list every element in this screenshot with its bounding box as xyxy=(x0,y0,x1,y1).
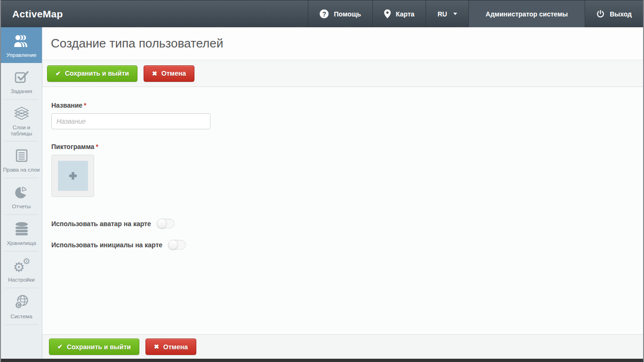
cancel-button-label: Отмена xyxy=(163,343,188,351)
sidebar-item-management[interactable]: Управление xyxy=(1,27,42,63)
top-navbar: ActiveMap ? Помощь Карта RU Администрато… xyxy=(1,0,643,27)
sidebar-item-label: Отчеты xyxy=(12,204,31,210)
sidebar-item-label: Система xyxy=(10,314,32,320)
cancel-button[interactable]: ✖ Отмена xyxy=(144,65,194,82)
avatar-toggle-row: Использовать аватар на карте xyxy=(51,219,634,228)
pictogram-field-group: Пиктограмма* xyxy=(51,143,634,197)
save-and-exit-button-bottom[interactable]: ✔ Сохранить и выйти xyxy=(49,338,139,355)
sidebar-item-label: Настройки xyxy=(8,277,34,283)
avatar-toggle-switch[interactable] xyxy=(157,219,175,228)
bottom-action-toolbar: ✔ Сохранить и выйти ✖ Отмена xyxy=(42,334,643,359)
tasks-check-icon xyxy=(14,69,30,86)
toggle-knob xyxy=(157,219,167,228)
nav-language-label: RU xyxy=(437,10,447,18)
save-button-label: Сохранить и выйти xyxy=(65,70,129,77)
nav-language-select[interactable]: RU xyxy=(426,0,468,27)
sidebar-item-layer-rights[interactable]: Права на слои xyxy=(1,142,42,178)
nav-map[interactable]: Карта xyxy=(372,0,426,27)
name-field-group: Название* xyxy=(51,102,634,129)
map-pin-icon xyxy=(384,9,391,18)
cancel-button-bottom[interactable]: ✖ Отмена xyxy=(145,338,196,355)
pictogram-upload-button[interactable] xyxy=(51,155,94,197)
sidebar-item-system[interactable]: C Система xyxy=(1,288,42,325)
check-icon: ✔ xyxy=(57,343,63,350)
sidebar-item-label: Слои и таблицы xyxy=(3,125,40,137)
form-content: Название* Пиктограмма* xyxy=(42,87,643,334)
sidebar-item-label: Задания xyxy=(11,88,32,94)
layers-icon xyxy=(14,105,30,122)
pie-chart-icon xyxy=(14,184,30,201)
sidebar-item-label: Управление xyxy=(7,52,37,58)
layer-rights-icon xyxy=(14,147,30,164)
plus-icon xyxy=(68,171,78,181)
caret-down-icon xyxy=(453,13,457,15)
top-action-toolbar: ✔ Сохранить и выйти ✖ Отмена xyxy=(42,60,643,87)
sidebar-item-tasks[interactable]: Задания xyxy=(1,63,42,100)
nav-logout-label: Выход xyxy=(610,10,632,18)
nav-user-label: Администратор системы xyxy=(486,10,568,18)
window-bottom-edge xyxy=(1,359,643,362)
nav-logout[interactable]: Выход xyxy=(585,0,643,27)
save-button-label: Сохранить и выйти xyxy=(67,343,131,351)
gears-icon: ⚙ ⚙ xyxy=(12,257,31,274)
name-field-label: Название* xyxy=(51,102,634,109)
help-icon: ? xyxy=(320,9,329,18)
pictogram-upload-dropzone xyxy=(58,161,88,191)
users-icon xyxy=(13,32,30,49)
save-and-exit-button[interactable]: ✔ Сохранить и выйти xyxy=(47,65,137,82)
sidebar-item-layers[interactable]: Слои и таблицы xyxy=(1,100,42,142)
initials-toggle-label: Использовать инициалы на карте xyxy=(51,241,162,249)
app-logo[interactable]: ActiveMap xyxy=(1,0,74,27)
check-icon: ✔ xyxy=(56,70,61,77)
nav-map-label: Карта xyxy=(396,10,415,18)
navbar-spacer xyxy=(74,0,308,27)
sidebar-item-storages[interactable]: Хранилища xyxy=(1,215,42,252)
sidebar-item-label: Хранилища xyxy=(7,240,36,246)
main-panel: Создание типа пользователей ✔ Сохранить … xyxy=(42,27,643,359)
name-input[interactable] xyxy=(51,113,210,129)
x-icon: ✖ xyxy=(154,343,159,350)
nav-help[interactable]: ? Помощь xyxy=(308,0,372,27)
toggle-knob xyxy=(168,240,178,250)
initials-toggle-row: Использовать инициалы на карте xyxy=(51,240,634,250)
avatar-toggle-label: Использовать аватар на карте xyxy=(51,220,151,228)
cancel-button-label: Отмена xyxy=(161,70,186,77)
initials-toggle-switch[interactable] xyxy=(168,240,186,250)
power-icon xyxy=(596,10,604,18)
app-window: ActiveMap ? Помощь Карта RU Администрато… xyxy=(0,0,644,362)
sidebar-item-settings[interactable]: ⚙ ⚙ Настройки xyxy=(1,252,42,288)
x-icon: ✖ xyxy=(152,70,157,77)
required-asterisk: * xyxy=(84,102,86,109)
svg-text:C: C xyxy=(16,303,20,308)
sidebar-item-reports[interactable]: Отчеты xyxy=(1,178,42,215)
nav-help-label: Помощь xyxy=(334,10,361,18)
pictogram-field-label: Пиктограмма* xyxy=(51,143,634,150)
nav-user-account[interactable]: Администратор системы xyxy=(468,0,585,27)
page-title: Создание типа пользователей xyxy=(51,36,223,51)
sidebar-item-label: Права на слои xyxy=(3,167,40,173)
database-icon xyxy=(14,220,30,237)
globe-c-icon: C xyxy=(13,294,31,311)
sidebar-nav: Управление Задания xyxy=(1,27,42,359)
page-header: Создание типа пользователей xyxy=(42,27,643,60)
required-asterisk: * xyxy=(96,143,98,150)
